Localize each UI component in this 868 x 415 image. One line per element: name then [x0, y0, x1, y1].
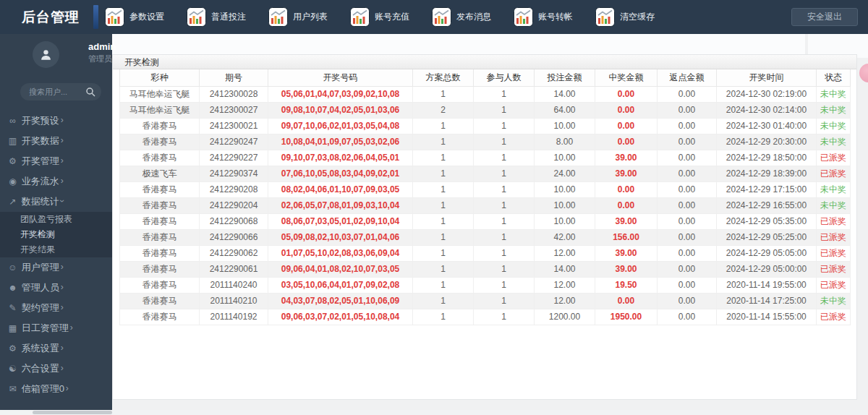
cell-draw-time: 2020-11-14 15:55:00	[717, 309, 817, 325]
cell-player-count: 1	[474, 118, 535, 134]
cell-rebate-amount: 0.00	[658, 309, 717, 325]
cell-draw-numbers: 07,06,10,05,08,03,04,09,02,01	[268, 166, 413, 181]
cell-win-amount: 0.00	[595, 86, 658, 102]
top-header: 后台管理 参数设置 普通投注 用	[0, 0, 868, 34]
chevron-icon: ›	[61, 257, 64, 277]
topnav-item[interactable]: 发布消息	[432, 7, 491, 27]
cell-lottery: 香港赛马	[120, 277, 200, 293]
cell-draw-numbers: 09,06,03,07,02,01,05,10,08,04	[268, 309, 413, 325]
table-row: 极速飞车 2412290374 07,06,10,05,08,03,04,09,…	[120, 166, 851, 181]
topnav: 参数设置 普通投注 用户列表 账号充值	[105, 0, 677, 34]
sidebar-item[interactable]: ∞ 开奖预设›	[0, 111, 112, 131]
cell-draw-numbers: 05,09,08,02,10,03,07,01,04,06	[268, 229, 413, 245]
sidebar-item-icon: ↗	[7, 192, 19, 212]
cell-draw-time: 2024-12-29 17:15:00	[717, 181, 817, 197]
sidebar-item[interactable]: ✉ 信箱管理0›	[0, 379, 112, 399]
chevron-icon: ›	[61, 358, 64, 378]
cell-issue: 2412290247	[200, 134, 268, 150]
chart-app-icon	[350, 7, 370, 27]
sidebar-item[interactable]: ☺ 用户管理›	[0, 257, 112, 278]
sidebar-item[interactable]: ✎ 契约管理›	[0, 298, 112, 318]
cell-rebate-amount: 0.00	[658, 197, 717, 213]
cell-draw-numbers: 04,03,07,08,02,05,01,10,06,09	[268, 293, 413, 309]
cell-status: 已派奖	[817, 245, 851, 261]
topnav-item[interactable]: 用户列表	[268, 7, 328, 27]
floating-action-button[interactable]	[859, 64, 868, 82]
sidebar-item-icon: ✎	[7, 298, 19, 318]
topnav-item-label: 用户列表	[293, 11, 328, 23]
sidebar: admin 管理员 ∞ 开奖预设› ▥ 开奖数据› ⚙ 开奖管理› ◉ 业务流水…	[0, 34, 112, 411]
sidebar-item-label: 开奖预设	[22, 115, 59, 126]
sidebar-item[interactable]: ⚙ 开奖管理›	[0, 151, 112, 171]
sidebar-item-label: 日工资管理	[22, 322, 69, 333]
cell-draw-time: 2024-12-30 02:19:00	[717, 86, 817, 102]
cell-draw-numbers: 03,05,10,06,04,01,07,09,02,08	[268, 277, 413, 293]
table-row: 香港赛马 2011140210 04,03,07,08,02,05,01,10,…	[120, 293, 851, 309]
column-header: 参与人数	[474, 69, 535, 86]
cell-player-count: 1	[474, 134, 535, 150]
cell-status: 已派奖	[817, 229, 851, 245]
search-icon[interactable]	[85, 87, 95, 97]
cell-rebate-amount: 0.00	[658, 102, 717, 118]
logout-button[interactable]: 安全退出	[791, 8, 858, 26]
page-title: 后台管理	[0, 8, 93, 27]
search-input[interactable]	[29, 83, 85, 100]
cell-lottery: 极速飞车	[120, 166, 200, 181]
sidebar-item-icon: ∞	[7, 111, 19, 131]
cell-win-amount: 0.00	[595, 197, 658, 213]
cell-player-count: 1	[474, 277, 535, 293]
accent-divider	[93, 5, 98, 29]
cell-bet-amount: 14.00	[535, 86, 595, 102]
cell-win-amount: 39.00	[595, 166, 658, 181]
topnav-item[interactable]: 账号充值	[350, 7, 409, 27]
cell-status: 未中奖	[817, 102, 851, 118]
user-name: admin	[88, 41, 116, 52]
scrollbar-thumb[interactable]	[33, 411, 112, 414]
cell-plan-count: 1	[413, 245, 474, 261]
sidebar-subitem[interactable]: 团队盈亏报表	[0, 212, 112, 227]
cell-bet-amount: 12.00	[535, 277, 595, 293]
cell-bet-amount: 8.00	[535, 134, 595, 150]
topnav-item[interactable]: 普通投注	[187, 7, 246, 27]
sidebar-item[interactable]: ◉ 业务流水›	[0, 171, 112, 192]
topnav-item-label: 参数设置	[129, 11, 164, 23]
cell-bet-amount: 12.00	[535, 293, 595, 309]
sidebar-item-label: 信箱管理0	[22, 383, 64, 394]
sidebar-item-icon: ☯	[7, 359, 19, 379]
table-row: 香港赛马 2011140240 03,05,10,06,04,01,07,09,…	[120, 277, 851, 293]
topnav-item[interactable]: 参数设置	[105, 7, 164, 27]
chevron-icon: ›	[61, 110, 64, 130]
sidebar-subitem[interactable]: 开奖检测	[0, 227, 112, 242]
sidebar-item[interactable]: ↗ 数据统计›	[0, 192, 112, 212]
column-header: 投注金额	[535, 69, 595, 86]
sidebar-item-label: 管理人员	[22, 282, 59, 293]
cell-win-amount: 0.00	[595, 293, 658, 309]
chevron-icon: ›	[61, 150, 64, 171]
cell-bet-amount: 24.00	[535, 166, 595, 181]
topnav-item[interactable]: 清空缓存	[595, 7, 655, 27]
sidebar-submenu: 团队盈亏报表 开奖检测 开奖结果	[0, 212, 112, 257]
table-row: 香港赛马 2412290247 10,08,04,01,09,07,05,03,…	[120, 134, 851, 150]
sidebar-item[interactable]: ⚙ 系统设置›	[0, 338, 112, 359]
table-header-row: 彩种期号开奖号码方案总数参与人数投注金额中奖金额返点金额开奖时间状态	[120, 69, 851, 86]
topnav-item-label: 账号转帐	[538, 11, 573, 23]
cell-lottery: 香港赛马	[120, 309, 200, 325]
chart-app-icon	[268, 7, 288, 27]
topnav-item[interactable]: 账号转帐	[514, 7, 573, 27]
sidebar-item[interactable]: ☯ 六合设置›	[0, 359, 112, 379]
cell-plan-count: 1	[413, 197, 474, 213]
sidebar-subitem[interactable]: 开奖结果	[0, 242, 112, 257]
sidebar-item[interactable]: ▥ 开奖数据›	[0, 131, 112, 151]
table-row: 马耳他幸运飞艇 2412300027 09,08,10,07,04,02,05,…	[120, 102, 851, 118]
cell-rebate-amount: 0.00	[658, 213, 717, 229]
cell-draw-time: 2024-12-30 01:40:00	[717, 118, 817, 134]
cell-player-count: 1	[474, 309, 535, 325]
cell-rebate-amount: 0.00	[658, 261, 717, 277]
chart-app-icon	[432, 7, 451, 27]
chart-app-icon	[105, 7, 124, 27]
sidebar-item[interactable]: ▦ 日工资管理›	[0, 318, 112, 338]
cell-win-amount: 0.00	[595, 134, 658, 150]
sidebar-item[interactable]: ☻ 管理人员›	[0, 278, 112, 298]
cell-draw-time: 2024-12-29 05:35:00	[717, 213, 817, 229]
cell-status: 已派奖	[817, 213, 851, 229]
